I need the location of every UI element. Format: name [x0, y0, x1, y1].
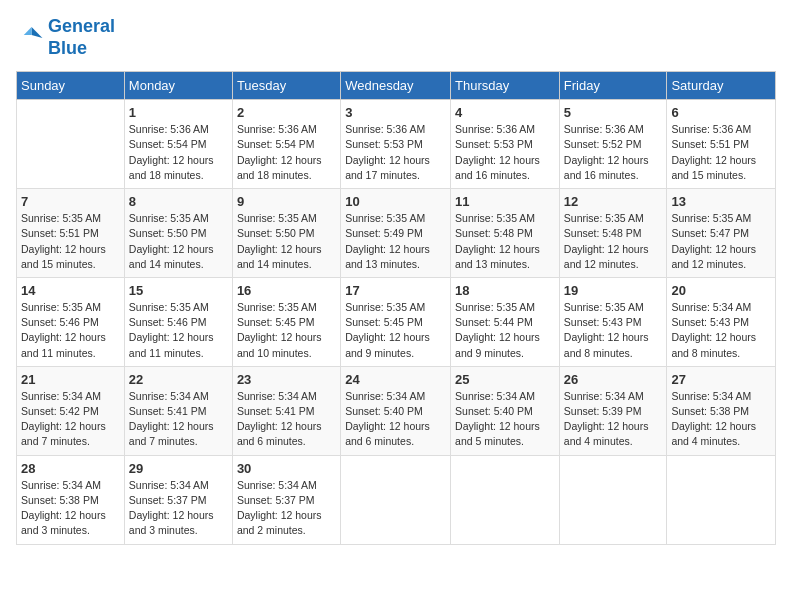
day-detail: Sunrise: 5:34 AMSunset: 5:41 PMDaylight:…: [237, 389, 336, 450]
day-detail: Sunrise: 5:34 AMSunset: 5:38 PMDaylight:…: [671, 389, 771, 450]
calendar-cell: 30Sunrise: 5:34 AMSunset: 5:37 PMDayligh…: [232, 455, 340, 544]
day-number: 1: [129, 105, 228, 120]
day-number: 17: [345, 283, 446, 298]
day-number: 26: [564, 372, 663, 387]
calendar-cell: 23Sunrise: 5:34 AMSunset: 5:41 PMDayligh…: [232, 366, 340, 455]
calendar-cell: 12Sunrise: 5:35 AMSunset: 5:48 PMDayligh…: [559, 189, 667, 278]
calendar-cell: 1Sunrise: 5:36 AMSunset: 5:54 PMDaylight…: [124, 100, 232, 189]
calendar-cell: 14Sunrise: 5:35 AMSunset: 5:46 PMDayligh…: [17, 277, 125, 366]
day-detail: Sunrise: 5:34 AMSunset: 5:41 PMDaylight:…: [129, 389, 228, 450]
calendar-cell: 10Sunrise: 5:35 AMSunset: 5:49 PMDayligh…: [341, 189, 451, 278]
calendar-cell: 11Sunrise: 5:35 AMSunset: 5:48 PMDayligh…: [451, 189, 560, 278]
day-detail: Sunrise: 5:34 AMSunset: 5:42 PMDaylight:…: [21, 389, 120, 450]
day-detail: Sunrise: 5:35 AMSunset: 5:48 PMDaylight:…: [455, 211, 555, 272]
day-detail: Sunrise: 5:35 AMSunset: 5:44 PMDaylight:…: [455, 300, 555, 361]
calendar-cell: 3Sunrise: 5:36 AMSunset: 5:53 PMDaylight…: [341, 100, 451, 189]
day-detail: Sunrise: 5:34 AMSunset: 5:38 PMDaylight:…: [21, 478, 120, 539]
day-detail: Sunrise: 5:34 AMSunset: 5:39 PMDaylight:…: [564, 389, 663, 450]
day-detail: Sunrise: 5:35 AMSunset: 5:50 PMDaylight:…: [129, 211, 228, 272]
day-detail: Sunrise: 5:36 AMSunset: 5:52 PMDaylight:…: [564, 122, 663, 183]
day-number: 16: [237, 283, 336, 298]
day-number: 8: [129, 194, 228, 209]
calendar-cell: 27Sunrise: 5:34 AMSunset: 5:38 PMDayligh…: [667, 366, 776, 455]
col-header-friday: Friday: [559, 72, 667, 100]
day-number: 9: [237, 194, 336, 209]
calendar-cell: [341, 455, 451, 544]
day-detail: Sunrise: 5:35 AMSunset: 5:43 PMDaylight:…: [564, 300, 663, 361]
logo-icon: [16, 24, 44, 52]
calendar-cell: [451, 455, 560, 544]
day-detail: Sunrise: 5:36 AMSunset: 5:53 PMDaylight:…: [345, 122, 446, 183]
calendar-cell: 16Sunrise: 5:35 AMSunset: 5:45 PMDayligh…: [232, 277, 340, 366]
calendar-cell: 21Sunrise: 5:34 AMSunset: 5:42 PMDayligh…: [17, 366, 125, 455]
calendar-cell: 13Sunrise: 5:35 AMSunset: 5:47 PMDayligh…: [667, 189, 776, 278]
calendar-cell: [667, 455, 776, 544]
day-detail: Sunrise: 5:35 AMSunset: 5:48 PMDaylight:…: [564, 211, 663, 272]
calendar-table: SundayMondayTuesdayWednesdayThursdayFrid…: [16, 71, 776, 544]
calendar-cell: 24Sunrise: 5:34 AMSunset: 5:40 PMDayligh…: [341, 366, 451, 455]
page-header: General Blue: [16, 16, 776, 59]
calendar-cell: 25Sunrise: 5:34 AMSunset: 5:40 PMDayligh…: [451, 366, 560, 455]
calendar-cell: 6Sunrise: 5:36 AMSunset: 5:51 PMDaylight…: [667, 100, 776, 189]
svg-marker-0: [32, 27, 43, 38]
calendar-cell: 20Sunrise: 5:34 AMSunset: 5:43 PMDayligh…: [667, 277, 776, 366]
day-number: 20: [671, 283, 771, 298]
day-number: 10: [345, 194, 446, 209]
calendar-cell: 17Sunrise: 5:35 AMSunset: 5:45 PMDayligh…: [341, 277, 451, 366]
day-detail: Sunrise: 5:36 AMSunset: 5:54 PMDaylight:…: [129, 122, 228, 183]
col-header-wednesday: Wednesday: [341, 72, 451, 100]
day-detail: Sunrise: 5:34 AMSunset: 5:37 PMDaylight:…: [129, 478, 228, 539]
calendar-cell: 4Sunrise: 5:36 AMSunset: 5:53 PMDaylight…: [451, 100, 560, 189]
day-number: 23: [237, 372, 336, 387]
calendar-cell: 15Sunrise: 5:35 AMSunset: 5:46 PMDayligh…: [124, 277, 232, 366]
day-number: 7: [21, 194, 120, 209]
day-number: 27: [671, 372, 771, 387]
day-number: 13: [671, 194, 771, 209]
day-detail: Sunrise: 5:35 AMSunset: 5:51 PMDaylight:…: [21, 211, 120, 272]
col-header-monday: Monday: [124, 72, 232, 100]
calendar-cell: 26Sunrise: 5:34 AMSunset: 5:39 PMDayligh…: [559, 366, 667, 455]
day-number: 25: [455, 372, 555, 387]
day-detail: Sunrise: 5:35 AMSunset: 5:46 PMDaylight:…: [129, 300, 228, 361]
logo: General Blue: [16, 16, 115, 59]
day-detail: Sunrise: 5:34 AMSunset: 5:43 PMDaylight:…: [671, 300, 771, 361]
col-header-tuesday: Tuesday: [232, 72, 340, 100]
day-detail: Sunrise: 5:35 AMSunset: 5:47 PMDaylight:…: [671, 211, 771, 272]
calendar-cell: 18Sunrise: 5:35 AMSunset: 5:44 PMDayligh…: [451, 277, 560, 366]
calendar-cell: 8Sunrise: 5:35 AMSunset: 5:50 PMDaylight…: [124, 189, 232, 278]
day-number: 24: [345, 372, 446, 387]
col-header-sunday: Sunday: [17, 72, 125, 100]
day-number: 21: [21, 372, 120, 387]
day-number: 19: [564, 283, 663, 298]
calendar-cell: 2Sunrise: 5:36 AMSunset: 5:54 PMDaylight…: [232, 100, 340, 189]
day-number: 5: [564, 105, 663, 120]
calendar-cell: 9Sunrise: 5:35 AMSunset: 5:50 PMDaylight…: [232, 189, 340, 278]
day-number: 12: [564, 194, 663, 209]
day-number: 11: [455, 194, 555, 209]
logo-text: General Blue: [48, 16, 115, 59]
day-number: 6: [671, 105, 771, 120]
day-detail: Sunrise: 5:34 AMSunset: 5:40 PMDaylight:…: [455, 389, 555, 450]
day-detail: Sunrise: 5:34 AMSunset: 5:40 PMDaylight:…: [345, 389, 446, 450]
calendar-cell: [559, 455, 667, 544]
day-detail: Sunrise: 5:36 AMSunset: 5:53 PMDaylight:…: [455, 122, 555, 183]
calendar-cell: [17, 100, 125, 189]
day-number: 14: [21, 283, 120, 298]
day-number: 15: [129, 283, 228, 298]
day-number: 22: [129, 372, 228, 387]
day-number: 30: [237, 461, 336, 476]
calendar-cell: 29Sunrise: 5:34 AMSunset: 5:37 PMDayligh…: [124, 455, 232, 544]
day-number: 3: [345, 105, 446, 120]
day-detail: Sunrise: 5:35 AMSunset: 5:45 PMDaylight:…: [345, 300, 446, 361]
day-detail: Sunrise: 5:34 AMSunset: 5:37 PMDaylight:…: [237, 478, 336, 539]
day-detail: Sunrise: 5:35 AMSunset: 5:46 PMDaylight:…: [21, 300, 120, 361]
col-header-thursday: Thursday: [451, 72, 560, 100]
calendar-cell: 19Sunrise: 5:35 AMSunset: 5:43 PMDayligh…: [559, 277, 667, 366]
day-detail: Sunrise: 5:36 AMSunset: 5:51 PMDaylight:…: [671, 122, 771, 183]
day-detail: Sunrise: 5:36 AMSunset: 5:54 PMDaylight:…: [237, 122, 336, 183]
day-number: 28: [21, 461, 120, 476]
col-header-saturday: Saturday: [667, 72, 776, 100]
calendar-cell: 22Sunrise: 5:34 AMSunset: 5:41 PMDayligh…: [124, 366, 232, 455]
calendar-cell: 7Sunrise: 5:35 AMSunset: 5:51 PMDaylight…: [17, 189, 125, 278]
calendar-cell: 28Sunrise: 5:34 AMSunset: 5:38 PMDayligh…: [17, 455, 125, 544]
